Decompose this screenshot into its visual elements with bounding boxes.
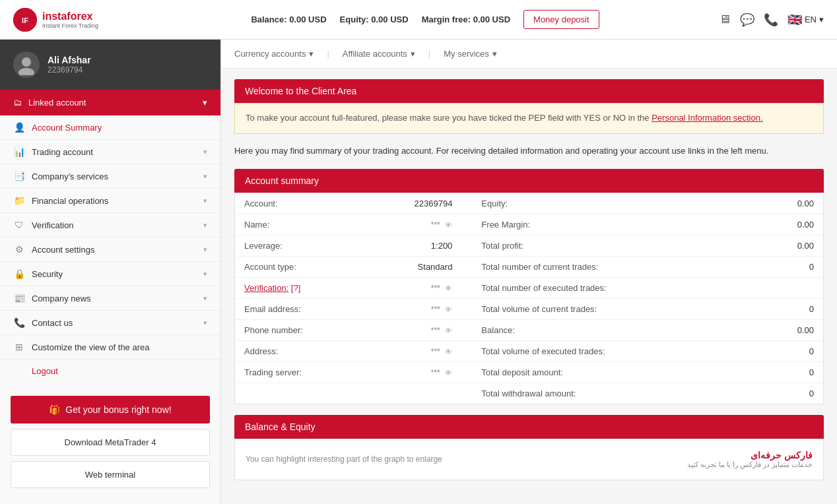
phone2-icon: 📞 (13, 317, 25, 328)
sidebar-item-customize[interactable]: ⊞ Customize the view of the area (0, 335, 220, 360)
phone-icon[interactable]: 📞 (764, 13, 778, 27)
sidebar-item-contact-us[interactable]: 📞 Contact us ▾ (0, 311, 220, 335)
table-row: Email address: *** 👁 Total volume of cur… (235, 298, 824, 319)
sidebar-item-trading-account[interactable]: 📊 Trading account ▾ (0, 140, 220, 164)
nav-tab-my-services[interactable]: My services ▾ (444, 49, 497, 59)
logout-link[interactable]: Logout (0, 360, 220, 387)
verification-help-icon[interactable]: [?] (291, 283, 300, 293)
sidebar-item-security[interactable]: 🔒 Security ▾ (0, 262, 220, 286)
table-row: Leverage: 1:200 Total profit: 0.00 (235, 235, 824, 256)
balance-right-label: Balance: (472, 319, 754, 340)
financial-operations-label: Financial operations (32, 196, 108, 206)
chat-icon[interactable]: 💬 (740, 13, 754, 27)
linked-account-header[interactable]: 🗂 Linked account ▾ (0, 90, 220, 115)
sidebar-item-account-summary[interactable]: 👤 Account Summary (0, 115, 220, 140)
phone-masked: *** (431, 326, 440, 335)
chart-icon: 📊 (13, 146, 25, 157)
content-body: Welcome to the Client Area To make your … (221, 69, 837, 491)
account-value: 22369794 (341, 193, 473, 214)
name-value: *** 👁 (341, 214, 473, 235)
security-chevron-icon: ▾ (203, 270, 207, 278)
table-row: Trading server: *** 👁 Total deposit amou… (235, 362, 824, 383)
content-area: Currency accounts ▾ | Affiliate accounts… (221, 40, 837, 504)
trading-account-chevron-icon: ▾ (203, 148, 207, 156)
logo-text: instaforex Instant Forex Trading (42, 11, 98, 29)
user-info: Ali Afshar 22369794 (48, 55, 91, 75)
topbar-right: 🖥 💬 📞 🇬🇧 EN ▾ (705, 13, 824, 27)
equity-right-label: Equity: (472, 193, 754, 214)
phone-label: Phone number: (235, 319, 341, 340)
account-type-label: Account type: (235, 256, 341, 277)
warning-link[interactable]: Personal Information section. (652, 113, 762, 123)
avatar (13, 51, 40, 78)
lang-label: EN (805, 15, 817, 24)
user-panel: Ali Afshar 22369794 (0, 40, 220, 90)
linked-account-left: 🗂 Linked account (13, 98, 86, 108)
company-news-chevron-icon: ▾ (203, 294, 207, 303)
main-layout: Ali Afshar 22369794 🗂 Linked account ▾ 👤… (0, 40, 837, 504)
sidebar-item-verification[interactable]: 🛡 Verification ▾ (0, 213, 220, 237)
email-value: *** 👁 (341, 298, 473, 319)
layers-icon: 📑 (13, 171, 25, 181)
bonus-btn-label: Get your bonus right now! (65, 404, 171, 415)
balance-text: Balance: (251, 15, 286, 24)
margin-free-value: 0.00 USD (473, 15, 510, 24)
leverage-label: Leverage: (235, 235, 341, 256)
trading-server-mask-toggle-icon[interactable]: 👁 (445, 369, 452, 377)
topbar-balance-area: Balance: 0.00 USD Equity: 0.00 USD Margi… (145, 10, 705, 29)
sidebar-item-account-settings[interactable]: ⚙ Account settings ▾ (0, 237, 220, 262)
currency-accounts-chevron-icon: ▾ (309, 49, 314, 59)
total-current-trades-value: 0 (754, 256, 824, 277)
affiliate-accounts-chevron-icon: ▾ (411, 49, 415, 59)
verification-mask-toggle-icon[interactable]: 👁 (445, 284, 452, 292)
balance-equity-body: You can highlight interesting part of th… (234, 439, 824, 480)
linked-account-label: Linked account (28, 98, 86, 108)
verification-masked: *** (431, 284, 440, 293)
equity-label: Equity: 0.00 USD (340, 15, 409, 24)
nav-separator-1: | (327, 49, 329, 59)
address-mask-toggle-icon[interactable]: 👁 (445, 348, 452, 356)
language-selector[interactable]: 🇬🇧 EN ▾ (787, 13, 824, 27)
nav-separator-2: | (428, 49, 430, 59)
balance-right-value: 0.00 (754, 319, 824, 340)
verification-link[interactable]: Verification: (244, 283, 288, 293)
name-masked: *** (431, 220, 440, 230)
chart-hint: You can highlight interesting part of th… (246, 455, 442, 464)
logo-subtitle: Instant Forex Trading (42, 22, 98, 29)
table-row: Verification: [?] *** 👁 Total number of … (235, 277, 824, 298)
sidebar-item-company-news[interactable]: 📰 Company news ▾ (0, 286, 220, 311)
welcome-bar: Welcome to the Client Area (234, 79, 824, 103)
sidebar: Ali Afshar 22369794 🗂 Linked account ▾ 👤… (0, 40, 221, 504)
bonus-button[interactable]: 🎁 Get your bonus right now! (11, 396, 210, 424)
sidebar-item-company-services[interactable]: 📑 Company's services ▾ (0, 164, 220, 189)
lang-chevron-icon: ▾ (819, 15, 824, 24)
total-volume-executed-label: Total volume of executed trades: (472, 340, 754, 362)
monitor-icon[interactable]: 🖥 (719, 13, 731, 26)
free-margin-value: 0.00 (754, 214, 824, 235)
email-masked: *** (431, 305, 440, 314)
money-deposit-button[interactable]: Money deposit (523, 10, 599, 29)
sidebar-item-financial-operations[interactable]: 📁 Financial operations ▾ (0, 189, 220, 213)
table-row: Total withdrawal amount: 0 (235, 383, 824, 404)
total-volume-executed-value: 0 (754, 340, 824, 362)
address-label: Address: (235, 340, 341, 362)
gift-icon: 🎁 (49, 404, 60, 415)
email-mask-toggle-icon[interactable]: 👁 (445, 305, 452, 313)
wallet-icon: 🗂 (13, 98, 22, 108)
linked-account-chevron-icon: ▾ (203, 98, 207, 108)
margin-free-label: Margin free: 0.00 USD (422, 15, 510, 24)
nav-tab-affiliate-accounts[interactable]: Affiliate accounts ▾ (343, 49, 415, 59)
total-profit-label: Total profit: (472, 235, 754, 256)
company-services-label: Company's services (32, 172, 108, 181)
newspaper-icon: 📰 (13, 293, 25, 303)
nav-tab-currency-accounts[interactable]: Currency accounts ▾ (234, 49, 314, 59)
gear-icon: ⚙ (13, 244, 25, 255)
total-deposit-label: Total deposit amount: (472, 362, 754, 383)
phone-mask-toggle-icon[interactable]: 👁 (445, 327, 452, 334)
name-mask-toggle-icon[interactable]: 👁 (445, 221, 452, 229)
download-metatrader-button[interactable]: Download MetaTrader 4 (11, 429, 210, 456)
watermark-title: فارکس حرفه‌ای (687, 450, 813, 460)
web-terminal-button[interactable]: Web terminal (11, 461, 210, 488)
user-id: 22369794 (48, 65, 91, 75)
account-summary-label: Account Summary (32, 123, 102, 133)
